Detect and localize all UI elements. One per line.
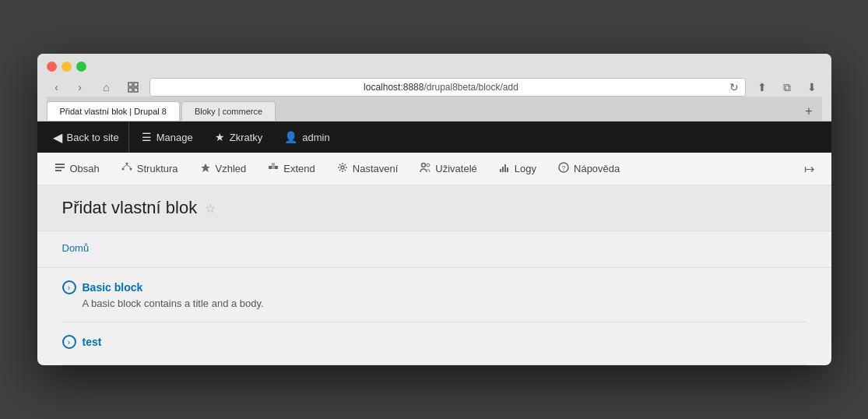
nav-uzivatele[interactable]: Uživatelé	[409, 153, 487, 185]
uzivatele-label: Uživatelé	[435, 163, 476, 174]
browser-chrome: ‹ › ⌂ localhost:8888/drupal8beta/block/a…	[37, 54, 831, 121]
structure-icon	[121, 162, 132, 175]
svg-rect-14	[272, 166, 275, 169]
svg-rect-15	[272, 163, 275, 166]
svg-rect-13	[275, 166, 278, 169]
svg-point-18	[427, 164, 430, 167]
block-item-basic: › Basic block A basic block contains a t…	[62, 268, 807, 322]
breadcrumb-home-link[interactable]: Domů	[62, 242, 90, 254]
svg-rect-21	[504, 164, 506, 172]
star-icon: ★	[215, 131, 225, 143]
logy-label: Logy	[515, 163, 536, 174]
extend-icon	[268, 162, 279, 175]
svg-rect-5	[55, 167, 65, 168]
napoveda-label: Nápověda	[574, 163, 620, 174]
home-button[interactable]: ⌂	[97, 79, 117, 96]
block-list: › Basic block A basic block contains a t…	[37, 268, 831, 365]
manage-button[interactable]: ☰ Manage	[132, 121, 202, 153]
svg-point-9	[129, 168, 132, 171]
forward-button[interactable]: ›	[70, 79, 90, 96]
admin-label: admin	[302, 132, 329, 143]
svg-rect-22	[507, 167, 508, 172]
logout-button[interactable]: ↦	[793, 153, 825, 185]
nav-buttons: ‹ ›	[47, 79, 90, 96]
nastaveni-label: Nastavení	[353, 163, 399, 174]
obsah-label: Obsah	[70, 163, 100, 174]
address-bar[interactable]: localhost:8888/drupal8beta/block/add ↻	[149, 78, 746, 97]
svg-rect-3	[134, 88, 138, 92]
svg-rect-12	[269, 166, 272, 169]
nav-logy[interactable]: Logy	[488, 153, 547, 185]
url-host: localhost:8888	[364, 82, 423, 93]
nav-vzhled[interactable]: Vzhled	[189, 153, 258, 185]
appearance-icon	[200, 162, 211, 175]
page-title: Přidat vlastní blok	[62, 198, 198, 218]
svg-rect-2	[128, 88, 132, 92]
new-window-icon[interactable]: ⧉	[777, 79, 797, 96]
back-arrow-icon: ◀	[53, 130, 62, 145]
vzhled-label: Vzhled	[216, 163, 247, 174]
close-button[interactable]	[47, 62, 57, 72]
tab-drupal[interactable]: Přidat vlastní blok | Drupal 8	[47, 101, 180, 121]
struktura-label: Struktura	[137, 163, 178, 174]
tab-bar: Přidat vlastní blok | Drupal 8 Bloky | c…	[47, 97, 822, 121]
tab-commerce[interactable]: Bloky | commerce	[181, 101, 276, 121]
svg-line-10	[123, 165, 127, 168]
svg-text:?: ?	[562, 164, 566, 172]
browser-window: ‹ › ⌂ localhost:8888/drupal8beta/block/a…	[37, 54, 831, 365]
favorite-icon[interactable]: ☆	[205, 201, 216, 216]
svg-rect-1	[134, 83, 138, 86]
nav-napoveda[interactable]: ? Nápověda	[547, 153, 631, 185]
svg-rect-19	[500, 169, 501, 172]
breadcrumb: Domů	[37, 231, 831, 268]
svg-line-11	[127, 165, 131, 168]
help-icon: ?	[558, 162, 569, 175]
tab-right: +	[796, 101, 821, 121]
refresh-icon[interactable]: ↻	[729, 81, 739, 93]
browser-actions: ⬆ ⧉ ⬇	[752, 79, 822, 96]
back-to-site-label: Back to site	[67, 132, 119, 143]
user-icon: 👤	[284, 131, 297, 143]
secondary-nav: Obsah Struktura Vzhled	[37, 153, 831, 185]
nav-obsah[interactable]: Obsah	[44, 153, 111, 185]
logs-icon	[499, 162, 510, 175]
logout-icon: ↦	[804, 161, 814, 176]
block-test-arrow-icon: ›	[62, 335, 76, 349]
back-button[interactable]: ‹	[47, 79, 67, 96]
content-icon	[54, 162, 65, 175]
download-icon[interactable]: ⬇	[802, 79, 822, 96]
svg-rect-4	[55, 164, 65, 165]
block-item-header: › Basic block	[62, 280, 807, 294]
admin-button[interactable]: 👤 admin	[275, 121, 339, 153]
url-path: /drupal8beta/block/add	[423, 82, 518, 93]
svg-rect-6	[55, 170, 61, 171]
svg-rect-0	[128, 83, 132, 86]
svg-point-8	[121, 168, 124, 171]
users-icon	[420, 162, 430, 175]
block-title-test[interactable]: test	[83, 336, 102, 348]
back-to-site-button[interactable]: ◀ Back to site	[44, 121, 129, 153]
maximize-button[interactable]	[76, 62, 86, 72]
nav-nastaveni[interactable]: Nastavení	[326, 153, 409, 185]
url-display: localhost:8888/drupal8beta/block/add	[156, 82, 726, 93]
nav-struktura[interactable]: Struktura	[111, 153, 189, 185]
menu-icon: ☰	[142, 131, 152, 143]
block-description-basic: A basic block contains a title and a bod…	[83, 298, 807, 309]
svg-rect-20	[502, 167, 504, 172]
manage-label: Manage	[156, 132, 193, 143]
zkratky-button[interactable]: ★ Zkratky	[206, 121, 272, 153]
zkratky-label: Zkratky	[230, 132, 263, 143]
share-icon[interactable]: ⬆	[752, 79, 772, 96]
block-title-basic[interactable]: Basic block	[83, 281, 143, 294]
block-arrow-icon: ›	[62, 280, 76, 294]
browser-toolbar: ‹ › ⌂ localhost:8888/drupal8beta/block/a…	[47, 78, 822, 97]
svg-point-16	[341, 166, 344, 169]
new-tab-button[interactable]: +	[802, 104, 815, 118]
svg-point-17	[422, 164, 426, 167]
tab-view-button[interactable]	[123, 79, 143, 96]
svg-point-7	[125, 163, 128, 165]
admin-toolbar: ◀ Back to site ☰ Manage ★ Zkratky 👤 admi…	[37, 121, 831, 153]
block-item-test-header: › test	[62, 335, 807, 349]
nav-extend[interactable]: Extend	[257, 153, 325, 185]
minimize-button[interactable]	[61, 62, 72, 72]
